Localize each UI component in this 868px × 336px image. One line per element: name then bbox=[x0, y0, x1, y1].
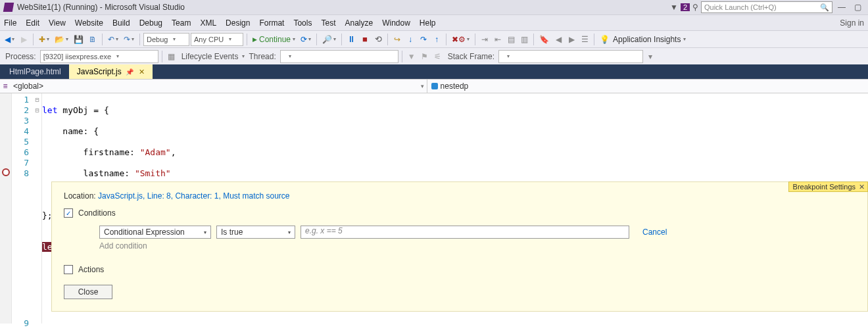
menu-xml[interactable]: XML bbox=[200, 18, 216, 28]
menu-file[interactable]: File bbox=[4, 18, 16, 28]
minimize-button[interactable]: — bbox=[835, 3, 848, 12]
step-over-button[interactable]: ↷ bbox=[418, 33, 429, 46]
breakpoint-location: Location: JavaScript.js, Line: 8, Charac… bbox=[64, 191, 856, 201]
menu-tools[interactable]: Tools bbox=[293, 18, 312, 28]
conditions-checkbox[interactable]: ✓ bbox=[64, 208, 73, 218]
menu-test[interactable]: Test bbox=[321, 18, 335, 28]
save-all-button[interactable]: 🗎 bbox=[87, 33, 99, 46]
step-into-button[interactable]: ↓ bbox=[404, 33, 416, 46]
member-icon bbox=[431, 83, 438, 89]
refresh-button[interactable]: ⟳ bbox=[299, 33, 313, 46]
stack-frame-combo[interactable] bbox=[498, 50, 643, 63]
pause-button[interactable]: ⏸ bbox=[345, 33, 358, 46]
vs-logo-icon bbox=[3, 3, 14, 12]
thread-filter-button[interactable]: ⚑ bbox=[419, 50, 431, 63]
search-icon: 🔍 bbox=[820, 3, 829, 12]
menu-format[interactable]: Format bbox=[259, 18, 284, 28]
condition-op-combo[interactable]: Is true bbox=[216, 226, 295, 239]
open-button[interactable]: 📂 bbox=[53, 33, 70, 46]
thread-label: Thread: bbox=[246, 52, 278, 61]
close-panel-icon[interactable]: ✕ bbox=[859, 183, 865, 191]
maximize-button[interactable]: ▢ bbox=[851, 3, 864, 12]
continue-button[interactable]: Continue ▾ bbox=[251, 33, 297, 46]
browse-button[interactable]: 🔎 bbox=[320, 33, 338, 46]
menu-design[interactable]: Design bbox=[226, 18, 250, 28]
save-button[interactable]: 💾 bbox=[72, 33, 85, 46]
actions-label: Actions bbox=[78, 265, 104, 274]
config-combo[interactable]: Debug bbox=[143, 33, 189, 46]
menu-build[interactable]: Build bbox=[112, 18, 130, 28]
stack-dropdown-button[interactable]: ▾ bbox=[644, 50, 656, 63]
breakpoint-location-link[interactable]: JavaScript.js, Line: 8, Character: 1, Mu… bbox=[98, 191, 289, 201]
menu-help[interactable]: Help bbox=[420, 18, 436, 28]
navigation-bar: ≡ <global>▾ nestedp bbox=[0, 79, 868, 93]
conditions-label: Conditions bbox=[78, 208, 116, 218]
thread-flag-button[interactable]: ▼ bbox=[406, 50, 418, 63]
breakpoint-glyph[interactable] bbox=[2, 168, 10, 176]
exception-settings-button[interactable]: ✖⚙ bbox=[450, 33, 471, 46]
uncomment-button[interactable]: ▥ bbox=[518, 33, 530, 46]
thread-freeze-button[interactable]: ⚟ bbox=[432, 50, 444, 63]
condition-type-combo[interactable]: Conditional Expression bbox=[99, 226, 211, 239]
quick-launch-placeholder: Quick Launch (Ctrl+Q) bbox=[704, 3, 777, 11]
close-tab-icon[interactable]: ✕ bbox=[139, 68, 145, 76]
pin-icon[interactable]: 📌 bbox=[126, 68, 133, 76]
tab-javascript[interactable]: JavaScript.js 📌 ✕ bbox=[69, 64, 153, 79]
indent-button[interactable]: ⇥ bbox=[479, 33, 491, 46]
insights-label[interactable]: Application Insights bbox=[613, 35, 681, 44]
scope-icon: ≡ bbox=[0, 82, 11, 91]
breakpoint-settings-panel: Breakpoint Settings✕ Location: JavaScrip… bbox=[51, 181, 868, 312]
thread-combo[interactable] bbox=[280, 50, 398, 63]
actions-checkbox[interactable] bbox=[64, 265, 73, 274]
platform-combo[interactable]: Any CPU bbox=[191, 33, 243, 46]
menu-bar: File Edit View Website Build Debug Team … bbox=[0, 14, 868, 30]
outlining-margin[interactable]: ⊟⊟ bbox=[33, 93, 42, 324]
lifecycle-label[interactable]: Lifecycle Events bbox=[179, 52, 241, 61]
bookmark-button[interactable]: 🔖 bbox=[537, 33, 551, 46]
menu-debug[interactable]: Debug bbox=[139, 18, 162, 28]
menu-website[interactable]: Website bbox=[75, 18, 103, 28]
menu-edit[interactable]: Edit bbox=[26, 18, 39, 28]
comment-button[interactable]: ▤ bbox=[505, 33, 517, 46]
bookmark-next-button[interactable]: ▶ bbox=[566, 33, 577, 46]
sign-in-link[interactable]: Sign in bbox=[840, 18, 864, 28]
insights-bulb-icon: 💡 bbox=[598, 33, 612, 46]
cancel-condition-link[interactable]: Cancel bbox=[642, 228, 667, 237]
breakpoint-settings-tag: Breakpoint Settings✕ bbox=[788, 181, 868, 192]
redo-button[interactable]: ↷ bbox=[122, 33, 136, 46]
step-out-button[interactable]: ↑ bbox=[431, 33, 443, 46]
new-file-button[interactable]: ✚ bbox=[37, 33, 51, 46]
filter-flag-icon[interactable]: ▼ bbox=[670, 3, 678, 12]
nav-back-button[interactable]: ◀ bbox=[3, 33, 16, 46]
menu-window[interactable]: Window bbox=[382, 18, 410, 28]
notification-badge[interactable]: 2 bbox=[681, 3, 690, 11]
undo-button[interactable]: ↶ bbox=[106, 33, 120, 46]
breakpoint-margin[interactable] bbox=[0, 93, 12, 324]
show-next-stmt-button[interactable]: ↪ bbox=[391, 33, 403, 46]
menu-analyze[interactable]: Analyze bbox=[345, 18, 373, 28]
scope-combo[interactable]: <global>▾ bbox=[11, 80, 427, 93]
quick-launch-input[interactable]: Quick Launch (Ctrl+Q) 🔍 bbox=[701, 1, 832, 13]
lifecycle-icon[interactable]: ▦ bbox=[166, 50, 178, 63]
outdent-button[interactable]: ⇤ bbox=[492, 33, 504, 46]
main-toolbar: ◀ ▶ ✚ 📂 💾 🗎 ↶ ↷ Debug Any CPU Continue ▾… bbox=[0, 30, 868, 47]
add-condition-link[interactable]: Add condition bbox=[99, 241, 856, 251]
line-number-gutter: 12345678 9 bbox=[12, 93, 33, 324]
process-combo[interactable]: [9320] iisexpress.exe bbox=[40, 50, 158, 63]
bookmark-list-button[interactable]: ☰ bbox=[579, 33, 591, 46]
menu-view[interactable]: View bbox=[49, 18, 66, 28]
process-label: Process: bbox=[3, 52, 39, 61]
title-bar: WebSite1(1) (Running) - Microsoft Visual… bbox=[0, 0, 868, 14]
nav-fwd-button[interactable]: ▶ bbox=[18, 33, 30, 46]
stop-button[interactable]: ■ bbox=[359, 33, 371, 46]
restart-button[interactable]: ⟲ bbox=[372, 33, 384, 46]
stack-frame-label: Stack Frame: bbox=[445, 52, 497, 61]
tab-htmlpage[interactable]: HtmlPage.html bbox=[1, 64, 69, 79]
menu-team[interactable]: Team bbox=[172, 18, 191, 28]
member-combo[interactable]: nestedp bbox=[427, 82, 868, 91]
condition-expression-input[interactable]: e.g. x == 5 bbox=[301, 226, 629, 239]
code-editor[interactable]: 12345678 9 ⊟⊟ let myObj = { name: { firs… bbox=[0, 93, 868, 324]
feedback-icon[interactable]: ⚲ bbox=[692, 3, 698, 12]
bookmark-prev-button[interactable]: ◀ bbox=[552, 33, 564, 46]
close-button[interactable]: Close bbox=[64, 285, 112, 299]
